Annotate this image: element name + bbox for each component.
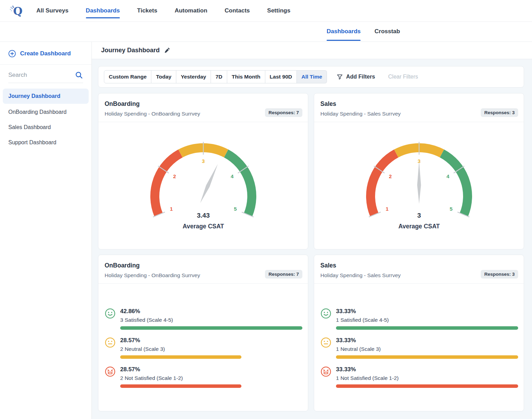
neutral-smiley-icon [320,337,331,348]
responses-badge: Responses: 7 [265,270,302,279]
gauge-svg: 123453.43Average CSAT [138,137,269,231]
range-option-today[interactable]: Today [151,70,176,83]
range-option-custom-range[interactable]: Custom Range [104,70,151,83]
sidebar-item-sales-dashboard[interactable]: Sales Dashboard [0,120,91,135]
page-title: Journey Dashboard [101,47,160,54]
gauge-svg: 123453Average CSAT [353,137,485,231]
gauge-value-text: 3.43 [197,212,210,219]
nav-all-surveys[interactable]: All Surveys [36,0,69,21]
card-subtitle: Holiday Spending - OnBoarding Surrvey [105,111,200,117]
satisfaction-bar-track [336,355,518,359]
gauge-tick-label: 3 [202,158,204,164]
satisfaction-label: 3 Satisfied (Scale 4-5) [120,317,302,323]
satisfaction-row: 33.33% 1 Not Satisfied (Scale 1-2) [320,366,518,388]
satisfaction-label: 1 Not Satisfied (Scale 1-2) [336,375,518,381]
satisfaction-bar-track [336,384,518,388]
gauge-segment-arc [154,154,180,215]
responses-badge: Responses: 3 [481,108,518,117]
not-satisfied-smiley-icon [105,366,116,377]
sub-nav: Dashboards Crosstab [0,21,532,42]
edit-pencil-icon[interactable] [164,47,171,54]
gauge-segment-arc [442,154,468,215]
card-header: Sales Holiday Spending - Sales Surrvey R… [314,255,524,284]
satisfaction-percent: 42.86% [120,308,302,315]
range-option-this-month[interactable]: This Month [227,70,265,83]
card-header: Sales Holiday Spending - Sales Surrvey R… [314,93,524,122]
clear-filters-button[interactable]: Clear Filters [386,73,420,80]
satisfaction-bar-fill [336,326,518,330]
gauge-metric-label: Average CSAT [183,223,224,230]
nav-settings[interactable]: Settings [267,0,290,21]
gauge-tick-label: 5 [234,206,237,212]
search-box [8,67,83,83]
cards-grid: OnBoarding Holiday Spending - OnBoarding… [98,93,524,419]
add-filters-button[interactable]: Add Filters [335,73,377,80]
satisfaction-percent: 28.57% [120,337,302,344]
card-title: OnBoarding [105,100,200,108]
satisfaction-label: 1 Satisfied (Scale 4-5) [336,317,518,323]
satisfaction-bar-fill [336,355,518,359]
satisfaction-row: 42.86% 3 Satisfied (Scale 4-5) [105,308,302,330]
tab-crosstab[interactable]: Crosstab [374,21,400,42]
filter-bar: Custom Range Today Yesterday 7D This Mon… [98,66,524,88]
nav-automation[interactable]: Automation [175,0,207,21]
nav-dashboards[interactable]: Dashboards [86,0,120,21]
gauge-value-text: 3 [417,212,421,219]
card-body: 123453Average CSAT [314,122,524,233]
satisfaction-percent: 28.57% [120,366,302,373]
satisfaction-bar-track [120,326,302,330]
card-body: 33.33% 1 Satisfied (Scale 4-5) [314,284,524,388]
gauge-tick-label: 5 [450,206,452,212]
sidebar-item-onboarding-dashboard[interactable]: OnBoarding Dashboard [0,104,91,120]
range-option-all-time[interactable]: All Time [297,70,327,83]
gauge-tick-label: 4 [446,173,449,179]
gauge-segment-arc [226,154,252,215]
satisfaction-bar-fill [336,384,518,388]
gauge-segment-arc [371,154,396,215]
satisfaction-bar-track [120,355,302,359]
card-subtitle: Holiday Spending - Sales Surrvey [320,111,401,117]
page-header: Journey Dashboard [92,42,532,59]
gauge-needle [198,163,219,204]
satisfaction-label: 2 Neutral (Scale 3) [120,346,302,352]
satisfaction-bar-track [336,326,518,330]
top-nav: Q All Surveys Dashboards Tickets Automat… [0,0,532,22]
card-body: 42.86% 3 Satisfied (Scale 4-5) [98,284,308,388]
satisfaction-row: 33.33% 1 Satisfied (Scale 4-5) [320,308,518,330]
satisfaction-row: 28.57% 2 Neutral (Scale 3) [105,337,302,359]
nav-tickets[interactable]: Tickets [137,0,157,21]
gauge-metric-label: Average CSAT [398,223,440,230]
satisfaction-percent: 33.33% [336,366,518,373]
satisfaction-percent: 33.33% [336,337,518,344]
search-icon[interactable] [75,71,83,79]
responses-badge: Responses: 7 [265,108,302,117]
gauge-card-onboarding: OnBoarding Holiday Spending - OnBoarding… [98,93,308,249]
gauge-tick-label: 1 [385,206,388,212]
tab-dashboards[interactable]: Dashboards [327,21,361,42]
search-input[interactable] [8,72,83,79]
sub-nav-tabs: Dashboards Crosstab [327,21,400,42]
card-title: OnBoarding [105,262,200,269]
range-option-yesterday[interactable]: Yesterday [176,70,211,83]
satisfaction-bar-fill [120,355,241,359]
sidebar-item-support-dashboard[interactable]: Support Dashboard [0,135,91,150]
range-option-last-90d[interactable]: Last 90D [265,70,297,83]
range-option-7d[interactable]: 7D [211,70,227,83]
sidebar: Create Dashboard Journey Dashboard OnBoa… [0,42,92,419]
svg-text:Q: Q [13,5,23,17]
create-dashboard-button[interactable]: Create Dashboard [0,42,91,65]
brand-q-icon: Q [8,3,24,19]
brand-logo[interactable]: Q [8,3,24,19]
gauge-needle [417,161,421,204]
plus-circle-icon [8,50,16,57]
dashboard-list: Journey Dashboard OnBoarding Dashboard S… [0,89,91,150]
satisfaction-bar-fill [120,326,302,330]
satisfied-smiley-icon [105,308,116,319]
dashboard-content: Custom Range Today Yesterday 7D This Mon… [92,59,532,419]
gauge-card-sales: Sales Holiday Spending - Sales Surrvey R… [314,93,524,249]
nav-contacts[interactable]: Contacts [225,0,250,21]
gauge-tick-label: 2 [389,173,391,179]
satisfaction-bar-track [120,384,302,388]
sidebar-item-journey-dashboard[interactable]: Journey Dashboard [3,89,89,104]
gauge-tick-label: 4 [230,173,233,179]
